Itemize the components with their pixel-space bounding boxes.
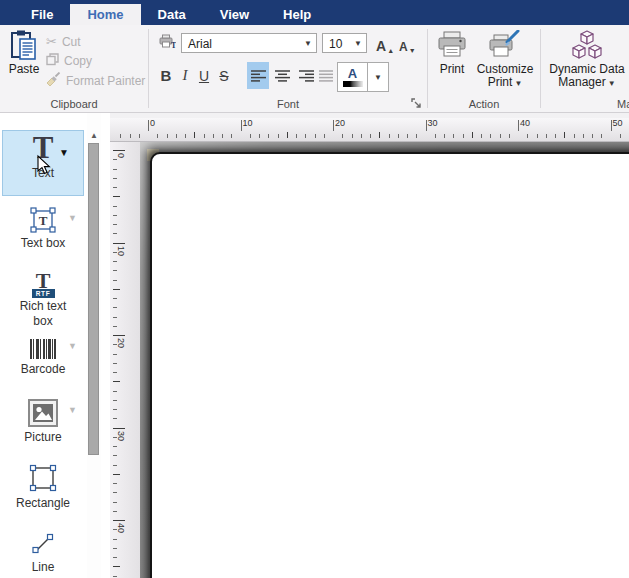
action-group-label: Action <box>428 98 540 110</box>
font-color-dropdown[interactable]: ▼ <box>368 63 388 91</box>
printer-font-icon: T <box>159 34 176 53</box>
rectangle-tool-icon <box>27 463 59 493</box>
tab-file[interactable]: File <box>14 4 70 25</box>
ruler-major-tick <box>611 120 612 131</box>
chevron-down-icon[interactable]: ▼ <box>68 405 77 415</box>
font-color-button[interactable]: A <box>338 63 368 91</box>
italic-button[interactable]: I <box>177 62 193 89</box>
paste-icon <box>9 29 39 61</box>
align-center-button[interactable] <box>271 62 293 89</box>
cut-button[interactable]: ✂ Cut <box>46 34 81 49</box>
print-label: Print <box>440 63 465 76</box>
align-left-button[interactable] <box>247 62 269 89</box>
ruler-minor-tick <box>564 132 565 138</box>
paste-label: Paste <box>9 63 40 76</box>
ruler-major-tick <box>113 520 125 521</box>
tool-text[interactable]: T ▼ Text <box>2 130 84 196</box>
font-size-select[interactable]: 10 ▼ <box>322 33 367 53</box>
align-justify-button[interactable] <box>317 62 335 89</box>
main-area: T ▼ Text <box>0 113 629 578</box>
ruler-minor-tick <box>444 134 445 138</box>
strikethrough-button[interactable]: S <box>215 62 233 89</box>
chevron-down-icon[interactable]: ▼ <box>68 341 77 351</box>
toolbox-scrollbar[interactable]: ▲ <box>87 113 101 578</box>
ruler-label: 10 <box>243 118 253 128</box>
ruler-minor-tick <box>113 354 117 355</box>
paste-button[interactable]: Paste <box>5 29 43 76</box>
font-group-label: Font <box>149 98 427 110</box>
ruler-minor-tick <box>113 252 117 253</box>
underline-button[interactable]: U <box>195 62 213 89</box>
customize-print-icon <box>488 29 522 61</box>
shrink-font-button[interactable]: A▼ <box>399 32 416 54</box>
font-color-swatch <box>343 81 363 87</box>
ruler-minor-tick <box>113 344 117 345</box>
customize-print-button[interactable]: Customize Print▼ <box>473 29 537 90</box>
font-family-select[interactable]: Arial ▼ <box>181 33 317 53</box>
vertical-ruler: 010203040 <box>110 142 140 578</box>
tab-data[interactable]: Data <box>141 4 203 25</box>
ruler-minor-tick <box>204 134 205 138</box>
scrollbar-thumb[interactable] <box>88 143 99 455</box>
copy-icon <box>46 53 59 69</box>
tab-home[interactable]: Home <box>70 4 140 25</box>
ruler-label: 20 <box>335 118 345 128</box>
format-painter-button[interactable]: Format Painter <box>46 72 145 89</box>
ruler-minor-tick <box>389 134 390 138</box>
ruler-minor-tick <box>379 132 380 138</box>
ruler-minor-tick <box>113 381 120 382</box>
ruler-minor-tick <box>113 280 117 281</box>
ruler-minor-tick <box>113 576 117 577</box>
tool-label: Barcode <box>11 362 75 377</box>
ruler-minor-tick <box>113 465 117 466</box>
scroll-up-arrow[interactable]: ▲ <box>87 131 101 140</box>
grow-font-button[interactable]: A▲ <box>376 32 394 54</box>
ruler-label: 10 <box>116 246 126 256</box>
ruler-minor-tick <box>416 134 417 138</box>
ruler-major-tick <box>333 120 334 131</box>
ruler-minor-tick <box>113 409 117 410</box>
workspace <box>140 142 629 578</box>
ruler-minor-tick <box>472 132 473 138</box>
ruler-minor-tick <box>113 233 117 234</box>
ribbon: Paste ✂ Cut Copy <box>0 25 629 113</box>
ruler-label: 30 <box>428 118 438 128</box>
tab-help[interactable]: Help <box>266 4 328 25</box>
copy-button[interactable]: Copy <box>46 53 92 69</box>
ruler-minor-tick <box>315 134 316 138</box>
tool-line[interactable]: Line <box>0 529 86 575</box>
ruler-minor-tick <box>278 134 279 138</box>
align-right-icon <box>299 70 314 82</box>
bold-button[interactable]: B <box>157 62 175 89</box>
tool-rectangle[interactable]: Rectangle <box>0 461 86 511</box>
svg-text:T: T <box>39 213 48 228</box>
tool-label: Rectangle <box>11 496 75 511</box>
text-box-tool-icon: T <box>29 207 57 233</box>
ruler-minor-tick <box>342 134 343 138</box>
tool-picture[interactable]: ▼ Picture <box>0 397 86 445</box>
ruler-label: 40 <box>116 523 126 533</box>
tab-view[interactable]: View <box>203 4 266 25</box>
chevron-down-icon[interactable]: ▼ <box>68 213 77 223</box>
ruler-label: 40 <box>520 118 530 128</box>
chevron-down-icon[interactable]: ▼ <box>59 147 69 158</box>
design-canvas[interactable] <box>150 152 629 578</box>
tool-barcode[interactable]: ▼ Barcode <box>0 337 86 377</box>
ruler-minor-tick <box>113 159 117 160</box>
tool-text-box[interactable]: T ▼ Text box <box>0 205 86 251</box>
ruler-label: 0 <box>150 118 155 128</box>
align-right-button[interactable] <box>295 62 317 89</box>
tool-label: Picture <box>11 430 75 445</box>
manage-group: Dynamic Data Manager▼ Manage <box>541 25 629 112</box>
ruler-minor-tick <box>481 134 482 138</box>
tool-rich-text-box[interactable]: T RTF Rich text box <box>0 271 86 329</box>
dynamic-data-manager-button[interactable]: Dynamic Data Manager▼ <box>545 29 629 90</box>
ruler-minor-tick <box>546 134 547 138</box>
ruler-minor-tick <box>305 134 306 138</box>
ruler-label: 0 <box>116 153 126 158</box>
ruler-minor-tick <box>113 270 117 271</box>
print-button[interactable]: Print <box>432 29 472 76</box>
horizontal-ruler: 01020304050 <box>110 118 629 142</box>
rich-text-tool-icon: T <box>36 271 51 291</box>
ruler-minor-tick <box>185 134 186 138</box>
